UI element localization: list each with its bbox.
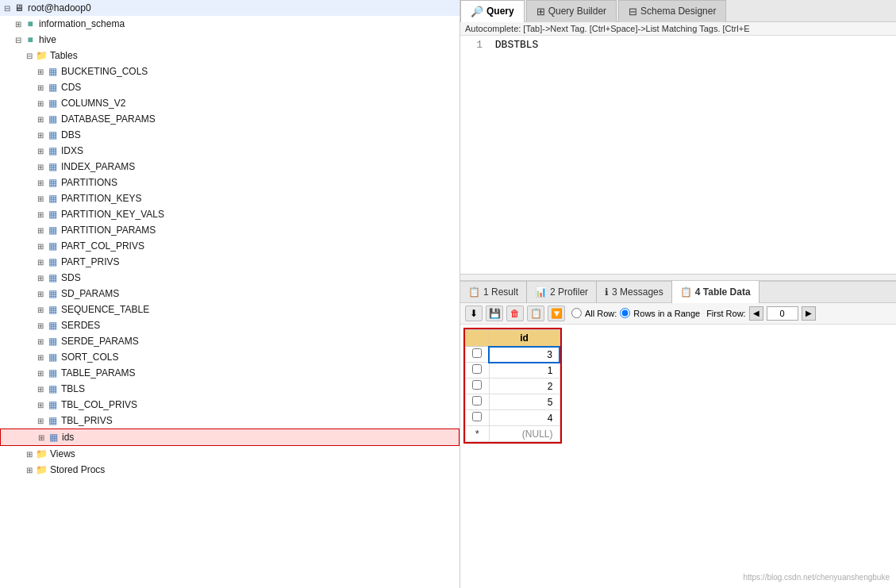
tree-table-part-col-privs[interactable]: ⊞ ▦ PART_COL_PRIVS — [0, 238, 460, 254]
tree-hive[interactable]: ⊟ ■ hive — [0, 32, 460, 48]
next-btn[interactable]: ▶ — [802, 306, 816, 321]
nav-controls: First Row: ◀ ▶ — [706, 306, 816, 321]
table-label: PARTITION_KEYS — [61, 193, 142, 204]
tab-query-builder[interactable]: ⊞ Query Builder — [526, 0, 617, 22]
query-scroll[interactable] — [460, 274, 896, 280]
table-label: BUCKETING_COLS — [61, 66, 148, 77]
tree-table-partition-params[interactable]: ⊞ ▦ PARTITION_PARAMS — [0, 222, 460, 238]
tree-table-dbparams[interactable]: ⊞ ▦ DATABASE_PARAMS — [0, 111, 460, 127]
tab-query[interactable]: 🔎 Query — [460, 0, 525, 22]
row-check[interactable] — [466, 394, 490, 410]
table-icon: ▦ — [46, 224, 59, 236]
expand-tables[interactable]: ⊟ — [24, 52, 35, 60]
table-row[interactable]: 2 — [466, 379, 560, 394]
table-label: TBL_COL_PRIVS — [61, 399, 137, 410]
row-checkbox[interactable] — [472, 396, 482, 405]
tab-messages[interactable]: ℹ 3 Messages — [597, 281, 672, 303]
tree-table-columns-v2[interactable]: ⊞ ▦ COLUMNS_V2 — [0, 95, 460, 111]
tree-table-sds[interactable]: ⊞ ▦ SDS — [0, 270, 460, 286]
table-label: PARTITION_PARAMS — [61, 225, 156, 236]
row-checkbox[interactable] — [472, 364, 482, 374]
tree-information-schema[interactable]: ⊞ ■ information_schema — [0, 16, 460, 32]
row-value[interactable]: 2 — [489, 379, 560, 394]
tree-tables-folder[interactable]: ⊟ 📁 Tables — [0, 48, 460, 63]
expand-root[interactable]: ⊟ — [2, 4, 13, 13]
tree-table-ids[interactable]: ⊞ ▦ ids — [0, 429, 460, 446]
tree-table-idxs[interactable]: ⊞ ▦ IDXS — [0, 143, 460, 159]
row-check[interactable] — [466, 379, 490, 394]
tree-table-serdes[interactable]: ⊞ ▦ SERDES — [0, 317, 460, 333]
right-panel: 🔎 Query ⊞ Query Builder ⊟ Schema Designe… — [460, 0, 896, 588]
table-label: CDS — [61, 82, 81, 93]
row-value[interactable]: 4 — [489, 410, 560, 426]
radio-range-rows[interactable] — [620, 308, 630, 318]
tabledata-tab-icon: 📋 — [680, 286, 692, 298]
table-icon: ▦ — [46, 351, 59, 363]
tree-table-part-privs[interactable]: ⊞ ▦ PART_PRIVS — [0, 254, 460, 270]
table-row-null[interactable]: * (NULL) — [466, 426, 560, 442]
row-checkbox[interactable] — [472, 412, 482, 421]
tab-result[interactable]: 📋 1 Result — [460, 281, 527, 303]
row-check[interactable] — [466, 410, 490, 426]
row-checkbox[interactable] — [472, 380, 482, 390]
tree-table-sort-cols[interactable]: ⊞ ▦ SORT_COLS — [0, 349, 460, 365]
tree-table-index-params[interactable]: ⊞ ▦ INDEX_PARAMS — [0, 159, 460, 175]
row-checkbox[interactable] — [472, 348, 482, 358]
tree-table-cds[interactable]: ⊞ ▦ CDS — [0, 79, 460, 95]
row-value[interactable]: 5 — [489, 394, 560, 410]
table-icon: ▦ — [46, 367, 59, 379]
tree-table-table-params[interactable]: ⊞ ▦ TABLE_PARAMS — [0, 365, 460, 381]
result-table-container: id 3 — [460, 325, 896, 589]
tree-table-tbl-col-privs[interactable]: ⊞ ▦ TBL_COL_PRIVS — [0, 397, 460, 413]
row-check[interactable] — [466, 363, 490, 379]
tree-views-folder[interactable]: ⊞ 📁 Views — [0, 446, 460, 462]
table-row[interactable]: 1 — [466, 363, 560, 379]
tab-profiler[interactable]: 📊 2 Profiler — [527, 281, 597, 303]
tree-table-dbs[interactable]: ⊞ ▦ DBS — [0, 127, 460, 143]
row-null-value[interactable]: (NULL) — [489, 426, 560, 442]
query-text[interactable]: DBSTBLS — [495, 39, 539, 51]
col-id-header[interactable]: id — [489, 329, 560, 347]
tree-table-tbl-privs[interactable]: ⊞ ▦ TBL_PRIVS — [0, 413, 460, 429]
tree-table-partition-key-vals[interactable]: ⊞ ▦ PARTITION_KEY_VALS — [0, 206, 460, 222]
row-value[interactable]: 1 — [489, 363, 560, 379]
tree-table-bucketing[interactable]: ⊞ ▦ BUCKETING_COLS — [0, 63, 460, 79]
save-btn[interactable]: 💾 — [486, 306, 503, 321]
expand-infschema[interactable]: ⊞ — [13, 20, 24, 29]
table-row[interactable]: 5 — [466, 394, 560, 410]
tab-tabledata[interactable]: 📋 4 Table Data — [672, 281, 759, 303]
filter-btn[interactable]: 🔽 — [548, 306, 565, 321]
query-editor[interactable]: 1 DBSTBLS — [460, 36, 896, 274]
tab-profiler-label: 2 Profiler — [550, 286, 588, 298]
tree-table-sequence[interactable]: ⊞ ▦ SEQUENCE_TABLE — [0, 302, 460, 317]
tree-stored-procs-folder[interactable]: ⊞ 📁 Stored Procs — [0, 462, 460, 478]
table-label: SD_PARAMS — [61, 288, 119, 299]
first-row-label: First Row: — [706, 309, 746, 318]
server-icon: 🖥 — [13, 2, 25, 14]
tree-table-tbls[interactable]: ⊞ ▦ TBLS — [0, 381, 460, 397]
expand-hive[interactable]: ⊟ — [13, 36, 24, 44]
table-label: PARTITIONS — [61, 177, 117, 188]
export-btn[interactable]: ⬇ — [465, 306, 483, 321]
table-row[interactable]: 4 — [466, 410, 560, 426]
table-icon: ▦ — [46, 144, 59, 157]
tree-table-sd-params[interactable]: ⊞ ▦ SD_PARAMS — [0, 286, 460, 302]
table-label: DBS — [61, 129, 81, 140]
table-icon: ▦ — [46, 192, 59, 205]
messages-tab-icon: ℹ — [605, 286, 609, 298]
table-icon: ▦ — [46, 208, 59, 221]
nav-input[interactable] — [767, 306, 798, 321]
tree-table-partition-keys[interactable]: ⊞ ▦ PARTITION_KEYS — [0, 190, 460, 206]
delete-btn[interactable]: 🗑 — [506, 306, 524, 321]
tab-schema-designer[interactable]: ⊟ Schema Designer — [618, 0, 726, 22]
tree-root[interactable]: ⊟ 🖥 root@hadoop0 — [0, 0, 460, 16]
row-value[interactable]: 3 — [489, 347, 560, 363]
table-row[interactable]: 3 — [466, 347, 560, 363]
tree-table-serde-params[interactable]: ⊞ ▦ SERDE_PARAMS — [0, 333, 460, 349]
radio-all-rows[interactable] — [571, 308, 582, 318]
copy-btn[interactable]: 📋 — [527, 306, 544, 321]
prev-btn[interactable]: ◀ — [749, 306, 763, 321]
tab-messages-label: 3 Messages — [612, 286, 663, 298]
row-check[interactable] — [466, 347, 490, 363]
tree-table-partitions[interactable]: ⊞ ▦ PARTITIONS — [0, 175, 460, 190]
